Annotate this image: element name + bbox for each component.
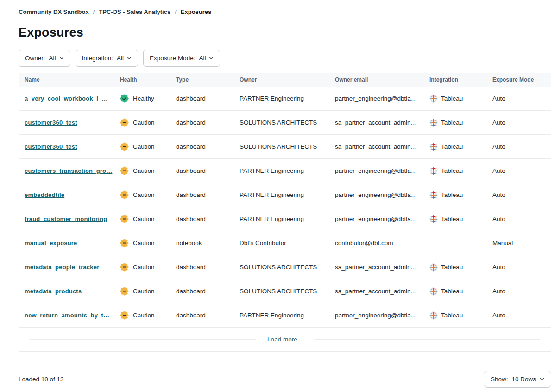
- exposure-name-link[interactable]: a_very_cool_workbook_i_…: [25, 95, 108, 102]
- table-row: fraud_customer_monitoring Caution dashbo…: [19, 207, 551, 231]
- filter-label: Exposure Mode:: [150, 55, 195, 62]
- filter-bar: Owner: All Integration: All Exposure Mod…: [19, 50, 551, 67]
- owner-email-cell: sa_partner_account_admin…: [335, 143, 429, 150]
- integration-label: Tableau: [441, 264, 463, 271]
- health-label: Caution: [133, 119, 155, 126]
- health-label: Caution: [133, 288, 155, 295]
- breadcrumb-item-current: Exposures: [181, 8, 211, 15]
- breadcrumb-item-project[interactable]: Community DX Sandbox: [19, 8, 89, 15]
- exposures-table: Name Health Type Owner Owner email Integ…: [19, 73, 551, 352]
- chevron-down-icon: [540, 378, 544, 381]
- table-row: customer360_test Caution dashboard SOLUT…: [19, 135, 551, 159]
- exposure-mode-cell: Auto: [492, 167, 551, 174]
- health-label: Caution: [133, 264, 155, 271]
- exposure-name-link[interactable]: customers_transaction_gro…: [25, 167, 112, 174]
- integration-label: Tableau: [441, 119, 463, 126]
- filter-value: All: [49, 55, 56, 62]
- tableau-icon: [429, 191, 438, 199]
- exposure-name-link[interactable]: metadata_people_tracker: [25, 264, 99, 271]
- caution-badge-icon: [120, 215, 129, 223]
- integration-cell: Tableau: [429, 167, 492, 175]
- chevron-down-icon: [127, 57, 132, 60]
- breadcrumb: Community DX Sandbox / TPC-DS - Sales An…: [19, 8, 551, 15]
- column-header-owner: Owner: [240, 76, 335, 83]
- integration-label: Tableau: [441, 312, 463, 319]
- exposure-mode-cell: Auto: [492, 119, 551, 126]
- filter-label: Integration:: [82, 55, 114, 62]
- integration-cell: Tableau: [429, 311, 492, 320]
- type-cell: dashboard: [176, 288, 240, 295]
- filter-label: Owner:: [25, 55, 45, 62]
- health-label: Caution: [133, 240, 155, 247]
- loaded-count-text: Loaded 10 of 13: [19, 376, 64, 383]
- owner-email-cell: sa_partner_account_admin…: [335, 119, 429, 126]
- owner-email-cell: contributor@dbt.com: [335, 240, 429, 247]
- owner-filter-dropdown[interactable]: Owner: All: [19, 50, 70, 67]
- integration-cell: Tableau: [429, 119, 492, 127]
- integration-cell: Tableau: [429, 143, 492, 151]
- type-cell: dashboard: [176, 191, 240, 198]
- integration-label: Tableau: [441, 95, 463, 102]
- exposure-mode-cell: Auto: [492, 264, 551, 271]
- rows-per-page-dropdown[interactable]: Show: 10 Rows: [484, 371, 551, 388]
- table-row: metadata_products Caution dashboard SOLU…: [19, 279, 551, 303]
- show-value: 10 Rows: [511, 376, 536, 383]
- integration-cell: Tableau: [429, 287, 492, 296]
- exposure-name-link[interactable]: customer360_test: [25, 143, 77, 150]
- column-header-exposure-mode: Exposure Mode: [492, 76, 551, 83]
- integration-cell: Tableau: [429, 95, 492, 103]
- owner-cell: SOLUTIONS ARCHITECTS: [240, 264, 335, 271]
- exposure-name-link[interactable]: fraud_customer_monitoring: [25, 215, 107, 222]
- tableau-icon: [429, 263, 438, 272]
- table-row: customers_transaction_gro… Caution dashb…: [19, 159, 551, 183]
- load-more-row: Load more...: [19, 328, 551, 352]
- tableau-icon: [429, 167, 438, 175]
- column-header-health: Health: [120, 76, 176, 83]
- divider: [30, 339, 256, 340]
- owner-cell: SOLUTIONS ARCHITECTS: [240, 143, 335, 150]
- filter-value: All: [117, 55, 124, 62]
- chevron-down-icon: [59, 57, 64, 60]
- health-label: Caution: [133, 215, 155, 222]
- breadcrumb-separator: /: [175, 8, 177, 15]
- tableau-icon: [429, 119, 438, 127]
- filter-value: All: [199, 55, 206, 62]
- page-title: Exposures: [19, 25, 551, 40]
- column-header-owner-email: Owner email: [335, 76, 429, 83]
- chevron-down-icon: [209, 57, 214, 60]
- exposure-mode-cell: Auto: [492, 312, 551, 319]
- exposure-name-link[interactable]: metadata_products: [25, 288, 82, 295]
- type-cell: dashboard: [176, 167, 240, 174]
- exposure-mode-filter-dropdown[interactable]: Exposure Mode: All: [143, 50, 220, 67]
- table-row: customer360_test Caution dashboard SOLUT…: [19, 111, 551, 135]
- exposure-mode-cell: Auto: [492, 191, 551, 198]
- owner-cell: Dbt's Contributor: [240, 240, 335, 247]
- exposure-mode-cell: Auto: [492, 288, 551, 295]
- owner-cell: PARTNER Engineering: [240, 167, 335, 174]
- exposure-name-link[interactable]: manual_exposure: [25, 240, 77, 247]
- owner-cell: PARTNER Engineering: [240, 191, 335, 198]
- breadcrumb-item-environment[interactable]: TPC-DS - Sales Analytics: [99, 8, 170, 15]
- load-more-link[interactable]: Load more...: [267, 336, 303, 343]
- exposure-name-link[interactable]: new_return_amounts_by_t…: [25, 312, 109, 319]
- owner-email-cell: partner_engineering@dbtla…: [335, 167, 429, 174]
- caution-badge-icon: [120, 118, 129, 127]
- table-footer: Loaded 10 of 13 Show: 10 Rows: [19, 371, 551, 388]
- type-cell: dashboard: [176, 95, 240, 102]
- exposure-name-link[interactable]: customer360_test: [25, 119, 77, 126]
- table-row: metadata_people_tracker Caution dashboar…: [19, 255, 551, 279]
- show-label: Show:: [491, 376, 508, 383]
- column-header-integration: Integration: [429, 76, 492, 83]
- health-label: Caution: [133, 312, 155, 319]
- health-label: Caution: [133, 143, 155, 150]
- owner-email-cell: partner_engineering@dbtla…: [335, 191, 429, 198]
- table-header-row: Name Health Type Owner Owner email Integ…: [19, 73, 551, 87]
- type-cell: dashboard: [176, 312, 240, 319]
- owner-email-cell: partner_engineering@dbtla…: [335, 312, 429, 319]
- owner-cell: SOLUTIONS ARCHITECTS: [240, 288, 335, 295]
- exposure-name-link[interactable]: embeddedtile: [25, 191, 64, 198]
- integration-filter-dropdown[interactable]: Integration: All: [76, 50, 139, 67]
- owner-cell: PARTNER Engineering: [240, 215, 335, 222]
- owner-email-cell: sa_partner_account_admin…: [335, 288, 429, 295]
- integration-label: Tableau: [441, 167, 463, 174]
